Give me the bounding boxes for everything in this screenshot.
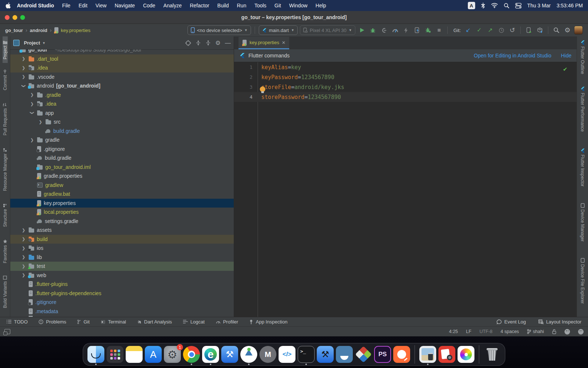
tree-item-build-gradle[interactable]: build.gradle [10, 127, 234, 136]
tool-window-flutter-performance[interactable]: Flutter Performance [580, 83, 585, 135]
menu-build[interactable]: Build [213, 3, 233, 8]
tree-item-settings-gradle[interactable]: settings.gradle [10, 217, 234, 226]
tree-chevron-icon[interactable]: ❯ [21, 74, 26, 79]
git-push-button[interactable]: ↗ [486, 26, 495, 35]
breadcrumb-project[interactable]: go_tour [5, 28, 23, 33]
git-update-button[interactable]: ↙ [464, 26, 473, 35]
tool-window-device-file-explorer[interactable]: Device File Explorer [580, 254, 585, 307]
notification-icon[interactable] [564, 329, 570, 335]
tree-item-go-tour[interactable]: go_tour~/Desktop/Spiro Study Assets/go_t… [10, 49, 234, 54]
apple-logo-icon[interactable] [5, 3, 11, 9]
tree-item-ios[interactable]: ❯ios [10, 244, 234, 253]
menu-bar-clock[interactable]: 3:53:46 PM [556, 3, 583, 8]
tree-chevron-icon[interactable]: ❯ [21, 56, 26, 61]
tree-chevron-icon[interactable]: ❯ [29, 138, 35, 142]
intention-bulb-icon[interactable] [260, 86, 265, 92]
tree-chevron-icon[interactable]: ❯ [29, 102, 35, 106]
dock-icon-eye-app[interactable] [336, 346, 353, 363]
git-history-button[interactable] [497, 26, 506, 35]
dock-icon-mammoth-app[interactable]: M [259, 346, 276, 363]
dock-icon-cube-app[interactable] [355, 346, 372, 363]
tree-item-gradlew[interactable]: gradlew [10, 181, 234, 190]
attach-debugger-button[interactable] [380, 26, 388, 35]
tool-window-structure[interactable]: Structure [3, 200, 8, 231]
tree-item-web[interactable]: ❯web [10, 271, 234, 280]
code-line-2[interactable]: 2keyPassword=1234567890 [234, 72, 577, 82]
tool-window-toggle-icon[interactable] [4, 329, 10, 334]
git-rollback-button[interactable]: ↺ [508, 26, 517, 35]
tool-window-flutter-outline[interactable]: Flutter Outline [580, 36, 585, 78]
dock-icon-launchpad[interactable] [107, 346, 123, 363]
tree-item-flutter-plugins[interactable]: .flutter-plugins [10, 280, 234, 289]
dock-icon-notes[interactable] [126, 346, 143, 363]
tree-item-app[interactable]: ❯app [10, 109, 234, 118]
tree-item-idea[interactable]: ❯.idea [10, 63, 234, 72]
settings-gear-button[interactable]: ⚙ [563, 26, 572, 35]
dock-icon-photoshop[interactable]: PS [374, 346, 391, 363]
tree-chevron-icon[interactable]: ❯ [30, 110, 35, 116]
menu-tools[interactable]: Tools [250, 3, 270, 8]
tool-window-button-layout-inspector[interactable]: Layout Inspector [538, 319, 581, 325]
dock-icon-android-studio[interactable] [240, 346, 257, 363]
tool-window-flutter-inspector[interactable]: Flutter Inspector [580, 145, 585, 190]
apply-changes-button[interactable] [402, 26, 410, 35]
tool-window-button-problems[interactable]: Problems [39, 319, 66, 325]
menu-android-studio[interactable]: Android Studio [13, 3, 58, 8]
dock-icon-system-preferences[interactable]: ⚙1 [164, 346, 181, 363]
menu-file[interactable]: File [58, 3, 75, 8]
tree-item-dart-tool[interactable]: ❯.dart_tool [10, 54, 234, 64]
dock-icon-red-photo-app[interactable] [438, 346, 455, 363]
locate-file-button[interactable] [185, 40, 191, 46]
menu-git[interactable]: Git [270, 3, 285, 8]
tree-item-gradle[interactable]: ❯.gradle [10, 91, 234, 100]
tree-item-gitignore[interactable]: .gitignore [10, 298, 234, 307]
device-selector-dropdown[interactable]: <no device selected>▼ [187, 25, 251, 35]
close-tab-icon[interactable]: ✕ [282, 40, 286, 45]
menu-view[interactable]: View [92, 3, 111, 8]
tree-item-vscode[interactable]: ❯.vscode [10, 72, 234, 82]
tool-window-button-event-log[interactable]: Event Log [496, 319, 526, 325]
dock-icon-app-store[interactable]: A [145, 346, 162, 363]
tree-item-metadata[interactable]: .metadata [10, 307, 234, 316]
tree-item-android[interactable]: ❯android [go_tour_android] [10, 81, 234, 91]
tool-window-commit[interactable]: Commit [3, 66, 8, 94]
dock-icon-finder[interactable] [87, 346, 104, 363]
tree-item-src[interactable]: ❯src [10, 117, 234, 127]
profiler-button[interactable] [391, 26, 399, 35]
tree-item-flutter-plugins-dependencies[interactable]: .flutter-plugins-dependencies [10, 289, 234, 298]
open-in-android-studio-link[interactable]: Open for Editing in Android Studio [474, 53, 551, 59]
tool-window-button-profiler[interactable]: Profiler [216, 319, 238, 325]
apply-code-changes-button[interactable] [413, 26, 422, 35]
menu-window[interactable]: Window [285, 3, 312, 8]
tool-window-button-dart-analysis[interactable]: Dart Analysis [137, 319, 172, 325]
tool-window-button-git[interactable]: Git [77, 319, 90, 325]
sdk-manager-button[interactable] [535, 26, 544, 35]
dock-icon-postman[interactable] [393, 346, 410, 363]
attach-debugger-to-android-button[interactable] [424, 26, 433, 35]
dock-icon-trash[interactable] [484, 346, 501, 363]
hide-panel-button[interactable]: — [225, 40, 231, 46]
hide-banner-link[interactable]: Hide [561, 53, 571, 59]
tree-item-build-gradle[interactable]: build.gradle [10, 153, 234, 163]
git-commit-button[interactable]: ✓ [475, 26, 484, 35]
tool-window-pull-requests[interactable]: Pull Requests [3, 99, 8, 139]
menu-analyze[interactable]: Analyze [159, 3, 186, 8]
menu-help[interactable]: Help [312, 3, 330, 8]
code-editor[interactable]: ✔ 1keyAlias=key2keyPassword=12345678903s… [234, 62, 577, 317]
tree-chevron-icon[interactable]: ❯ [21, 237, 26, 241]
dock-icon-edge[interactable] [202, 346, 219, 363]
menu-bar-date[interactable]: Thu 3 Mar [527, 3, 551, 8]
minimize-window-button[interactable] [12, 15, 17, 20]
encoding-indicator[interactable]: UTF-8 [480, 329, 492, 334]
spotlight-search-icon[interactable] [504, 3, 509, 8]
indent-indicator[interactable]: 4 spaces [501, 329, 519, 334]
tool-window-resource-manager[interactable]: Resource Manager [3, 144, 8, 195]
close-window-button[interactable] [5, 15, 10, 20]
tab-key-properties[interactable]: key.properties ✕ [239, 37, 289, 49]
tool-window-project[interactable]: Project [3, 36, 8, 63]
tool-window-build-variants[interactable]: Build Variants [3, 272, 8, 312]
tree-chevron-icon[interactable]: ❯ [21, 255, 26, 259]
tree-item-test[interactable]: ❯test [10, 262, 234, 271]
collapse-all-button[interactable] [205, 40, 211, 46]
tree-chevron-icon[interactable]: ❯ [29, 92, 35, 97]
